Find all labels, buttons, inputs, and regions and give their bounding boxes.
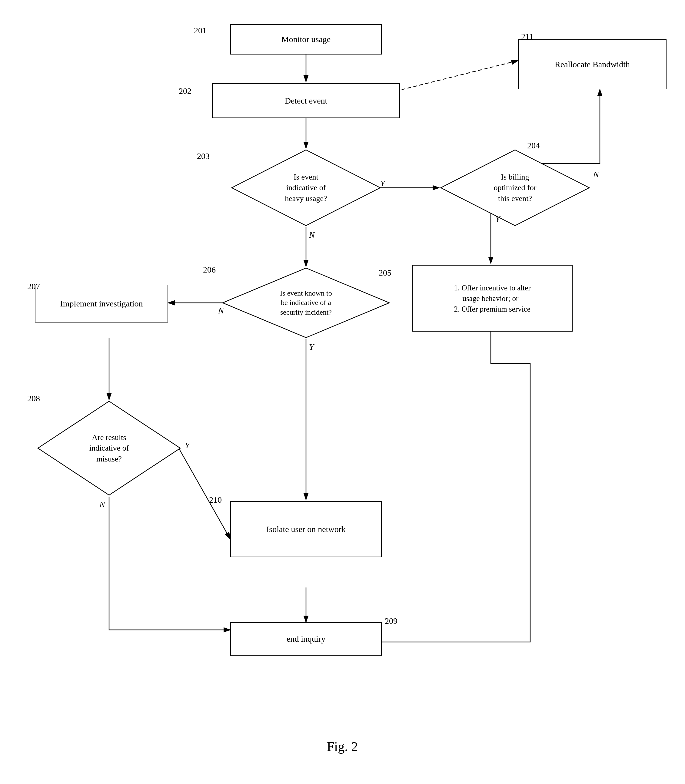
node-203: Is eventindicative ofheavy usage? <box>230 148 382 227</box>
label-211: 211 <box>521 32 534 42</box>
svg-line-11 <box>179 448 230 539</box>
node-202: Detect event <box>212 83 400 118</box>
y-label-208: Y <box>185 441 190 450</box>
node-205: 1. Offer incentive to alter usage behavi… <box>412 265 573 332</box>
label-207: 207 <box>27 282 40 291</box>
label-210: 210 <box>209 495 222 505</box>
node-206: Is event known tobe indicative of asecur… <box>221 266 391 339</box>
label-206: 206 <box>203 265 216 275</box>
label-203: 203 <box>197 151 209 161</box>
y-label-206: Y <box>309 342 314 352</box>
fig-caption: Fig. 2 <box>273 739 412 754</box>
label-204: 204 <box>527 141 540 151</box>
node-211: Reallocate Bandwidth <box>518 39 667 89</box>
n-label-203: N <box>309 230 315 240</box>
node-207: Implement investigation <box>35 285 168 322</box>
label-209: 209 <box>385 616 398 626</box>
n-label-208: N <box>99 500 105 509</box>
n-label-206: N <box>218 306 224 316</box>
n-label-204: N <box>593 170 599 179</box>
node-201: Monitor usage <box>230 24 382 55</box>
node-209: end inquiry <box>230 622 382 656</box>
label-202: 202 <box>179 86 192 96</box>
label-208: 208 <box>27 394 40 403</box>
y-label-204: Y <box>495 214 500 224</box>
y-label-203: Y <box>380 179 385 188</box>
label-201: 201 <box>194 26 207 36</box>
node-204: Is billingoptimized forthis event? <box>439 148 591 227</box>
node-208: Are resultsindicative ofmisuse? <box>36 400 182 497</box>
node-210: Isolate user on network <box>230 501 382 557</box>
